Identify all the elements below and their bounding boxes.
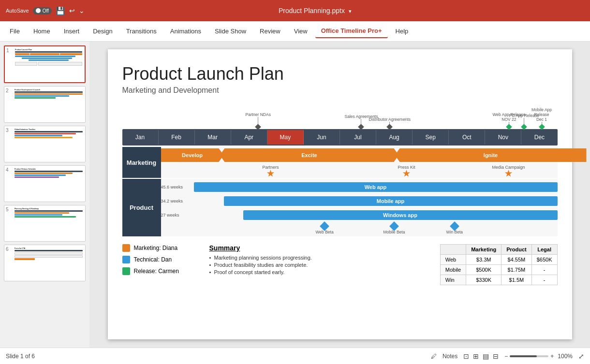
zoom-slider[interactable] [510,355,548,357]
toggle-state: Off [43,8,49,14]
slide-num-1: 1 [6,48,12,53]
summary-item-2: Product feasibility studies are complete… [209,262,430,268]
document-title: Product Planning.pptx ▾ [85,7,546,15]
notes-label[interactable]: Notes [442,353,457,360]
menu-design[interactable]: Design [87,25,118,38]
month-jun: Jun [304,130,340,145]
summary-item-3: Proof of concept started early. [209,269,430,275]
normal-view-icon[interactable]: ⊡ [463,352,469,360]
legend-release: Release: Carmen [122,267,200,275]
autosave-label: AutoSave [6,8,29,14]
slide-thumb-4[interactable]: 4 Product Release Schedule [4,165,86,202]
row-label-mobile: Mobile [440,265,466,275]
mobile-app-bar: Mobile app [224,196,558,206]
slide-info: Slide 1 of 6 [6,353,35,360]
slide-thumb-3[interactable]: 3 Global Initiatives Timeline [4,126,86,162]
month-apr: Apr [231,130,267,145]
month-mar: Mar [195,130,231,145]
row-web-marketing: $3.3M [466,255,502,265]
menu-view[interactable]: View [288,25,313,38]
slide-num-2: 2 [6,88,12,93]
filename-text: Product Planning.pptx [279,7,345,15]
slide-panel: 1 Product Launch Plan [0,42,89,348]
month-oct: Oct [449,130,485,145]
milestone-mobile-app-release: Mobile App ReleaseDec 1 [526,107,558,129]
slide-canvas: Product Launch Plan Marketing and Develo… [108,49,572,339]
slide-thumb-6[interactable]: 6 Form for CTA [4,245,86,281]
month-may: May [267,130,304,145]
legend-box-technical [122,256,130,263]
zoom-in-icon[interactable]: + [550,353,554,360]
menu-officetimeline[interactable]: Office Timeline Pro+ [315,24,388,38]
fit-slide-icon[interactable]: ⤢ [578,352,584,360]
partners-star [267,170,275,177]
slide-preview-5: Planning Strategy & Roadmap [14,207,84,240]
autosave-toggle[interactable]: Off [33,7,52,15]
press-kit-star [403,170,411,177]
slide-num-3: 3 [6,128,12,133]
data-table-wrapper: Marketing Product Legal Web $3.3M $4.55M… [440,244,558,285]
table-row-mobile: Mobile $500K $1.75M - [440,265,557,275]
filename-dropdown-icon[interactable]: ▾ [349,8,352,14]
milestone-partner-ndas: Partner NDAs [246,112,271,129]
slide-num-5: 5 [6,207,12,212]
prod-milestone-mobile-beta: Mobile Beta [384,223,405,234]
legend-label-release: Release: Carmen [134,268,179,275]
menu-review[interactable]: Review [254,25,286,38]
menubar: File Home Insert Design Transitions Anim… [0,21,590,42]
legend-label-marketing: Marketing: Diana [134,245,178,251]
statusbar: Slide 1 of 6 🖊 Notes ⊡ ⊞ ▤ ⊟ − + 100% ⤢ [0,348,590,364]
main-area: 1 Product Launch Plan [0,42,590,348]
marketing-label: Marketing [122,147,161,178]
marketing-gantt: Develop Excite Ignite [161,147,558,178]
table-row-web: Web $3.3M $4.55M $650K [440,255,557,265]
milestone-area: Partner NDAs Sales Agreements Distributo… [122,102,558,129]
statusbar-right: 🖊 Notes ⊡ ⊞ ▤ ⊟ − + 100% ⤢ [431,352,584,360]
month-jan: Jan [122,130,159,145]
menu-help[interactable]: Help [390,25,414,38]
milestone-media-campaign: Media Campaign [492,165,525,177]
notes-icon[interactable]: 🖊 [431,353,437,360]
undo-icon[interactable]: ↩ [69,7,75,15]
menu-insert[interactable]: Insert [58,25,86,38]
milestone-press-kit: Press Kit [398,165,415,177]
windows-app-weeks: 27 weeks [161,213,179,218]
product-milestones-row: Web Beta Mobile Beta Win Beta [161,223,558,234]
redo-icon[interactable]: ⌄ [79,7,85,15]
month-dec: Dec [521,130,557,145]
slide-sorter-icon[interactable]: ⊞ [473,352,479,360]
prod-milestone-win-beta: Win Beta [446,223,463,234]
prod-milestone-web-beta: Web Beta [316,223,334,234]
web-app-weeks: 45.6 weeks [161,185,183,189]
menu-animations[interactable]: Animations [164,25,207,38]
slide-num-4: 4 [6,167,12,173]
slide-thumb-1[interactable]: 1 Product Launch Plan [4,45,86,83]
data-table: Marketing Product Legal Web $3.3M $4.55M… [440,244,558,285]
menu-home[interactable]: Home [28,25,56,38]
slide-thumb-2[interactable]: 2 Product Development & Launch [4,86,86,123]
legend: Marketing: Diana Technical: Dan Release:… [122,244,200,275]
product-label: Product [122,179,161,236]
menu-slideshow[interactable]: Slide Show [209,25,252,38]
milestone-distributor-agreements: Distributor Agreements [369,117,411,129]
menu-transitions[interactable]: Transitions [120,25,162,38]
presenter-view-icon[interactable]: ⊟ [493,352,499,360]
menu-file[interactable]: File [4,25,26,38]
col-header-marketing: Marketing [466,245,502,255]
month-nov: Nov [485,130,521,145]
row-mobile-product: $1.75M [502,265,532,275]
reading-view-icon[interactable]: ▤ [483,352,489,360]
table-header-row: Marketing Product Legal [440,245,557,255]
row-win-marketing: $330K [466,275,502,285]
zoom-out-icon[interactable]: − [504,353,508,360]
marketing-bar-ignite: Ignite [395,148,587,162]
marketing-bar-excite: Excite [220,148,399,162]
slide-thumb-5[interactable]: 5 Planning Strategy & Roadmap [4,205,86,242]
marketing-section: Marketing Develop Excite [122,147,558,178]
zoom-control: − + 100% [504,353,573,360]
save-icon[interactable]: 💾 [56,6,65,15]
milestone-partners: Partners [263,165,279,177]
titlebar-left: AutoSave Off 💾 ↩ ⌄ [6,6,85,15]
summary-section: Summary Marketing planning sessions prog… [209,244,430,277]
slide-preview-1: Product Launch Plan [14,48,83,81]
